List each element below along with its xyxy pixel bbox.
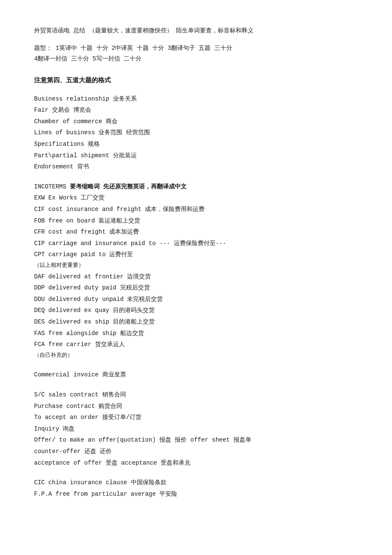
- incoterm-cpt: CPT carriage paid to 运费付至: [34, 249, 358, 260]
- insurance-section: CIC china insurance clause 中国保险条款 F.P.A …: [34, 477, 358, 500]
- vocab-line-3: Chamber of commerce 商会: [34, 116, 358, 127]
- section-title: 注意第四、五道大题的格式: [34, 75, 358, 87]
- commercial-invoice: Commercial invoice 商业发票: [34, 369, 358, 381]
- vocab-line-2: Fair 交易会 博览会: [34, 104, 358, 116]
- vocab-line-7: Endorsement 背书: [34, 161, 358, 173]
- insurance-cic: CIC china insurance clause 中国保险条款: [34, 477, 358, 489]
- contracts-section: S/C sales contract 销售合同 Purchase contrac…: [34, 389, 358, 468]
- header-line1: 外贸英语函电 总结 （题量较大，速度要稍微快些） 陌生单词要查，标音标和释义: [34, 26, 358, 36]
- vocab-line-1: Business relationship 业务关系: [34, 93, 358, 105]
- incoterm-fca: FCA free carrier 货交承运人: [34, 339, 358, 350]
- vocab-line-6: Part\partial shipment 分批装运: [34, 150, 358, 162]
- incoterms-instruction: 要考缩略词 先还原完整英语，再翻译成中文: [70, 183, 187, 190]
- contract-inquiry: Inquiry 询盘: [34, 423, 358, 435]
- note-self: （自己补充的）: [34, 350, 358, 361]
- incoterm-fas: FAS free alongside ship 船边交货: [34, 328, 358, 339]
- vocab-block: Business relationship 业务关系 Fair 交易会 博览会 …: [34, 93, 358, 173]
- incoterm-des: DES delivered ex ship 目的港船上交货: [34, 316, 358, 328]
- incoterm-fob: FOB free on board 装运港船上交货: [34, 215, 358, 227]
- incoterms-title: INCOTERMS 要考缩略词 先还原完整英语，再翻译成中文: [34, 181, 358, 193]
- incoterms-section: INCOTERMS 要考缩略词 先还原完整英语，再翻译成中文 EXW Ex Wo…: [34, 181, 358, 361]
- contract-sc: S/C sales contract 销售合同: [34, 389, 358, 401]
- incoterm-cip: CIP carriage and insurance paid to ··· 运…: [34, 238, 358, 249]
- header-section: 外贸英语函电 总结 （题量较大，速度要稍微快些） 陌生单词要查，标音标和释义 题…: [34, 26, 358, 65]
- vocab-line-4: Lines of business 业务范围 经营范围: [34, 127, 358, 139]
- incoterm-daf: DAF delivered at frontier 边境交货: [34, 271, 358, 283]
- incoterm-deq: DEQ delivered ex quay 目的港码头交货: [34, 305, 358, 316]
- exam-types: 题型： 1英译中 十题 十分 2中译英 十题 十分 3翻译句子 五题 三十分 4…: [34, 43, 358, 64]
- exam-line1: 题型： 1英译中 十题 十分 2中译英 十题 十分 3翻译句子 五题 三十分: [34, 43, 358, 54]
- contract-acceptance: acceptance of offer 受盘 acceptance 受盘和承兑: [34, 457, 358, 469]
- contract-purchase: Purchase contract 购货合同: [34, 401, 358, 412]
- contract-offer: Offer/ to make an offer(quotation) 报盘 报价…: [34, 434, 358, 446]
- insurance-fpa: F.P.A free from particular average 平安险: [34, 489, 358, 500]
- incoterm-cfr: CFR cost and freight 成本加运费: [34, 226, 358, 238]
- note-important: （以上相对更重要）: [34, 260, 358, 271]
- incoterm-cif: CIF cost insurance and freight 成本，保险费用和运…: [34, 204, 358, 215]
- commercial-invoice-section: Commercial invoice 商业发票: [34, 369, 358, 381]
- incoterm-ddp: DDP delivered duty paid 完税后交货: [34, 282, 358, 294]
- incoterms-label: INCOTERMS: [34, 183, 66, 190]
- exam-line2: 4翻译一封信 三十分 5写一封信 二十分: [34, 54, 358, 64]
- incoterm-ddu: DDU delivered duty unpaid 未完税后交货: [34, 294, 358, 305]
- incoterm-exw: EXW Ex Works 工厂交货: [34, 192, 358, 204]
- contract-counter-offer: counter-offer 还盘 还价: [34, 446, 358, 457]
- vocab-line-5: Specifications 规格: [34, 139, 358, 150]
- contract-accept-order: To accept an order 接受订单/订货: [34, 412, 358, 423]
